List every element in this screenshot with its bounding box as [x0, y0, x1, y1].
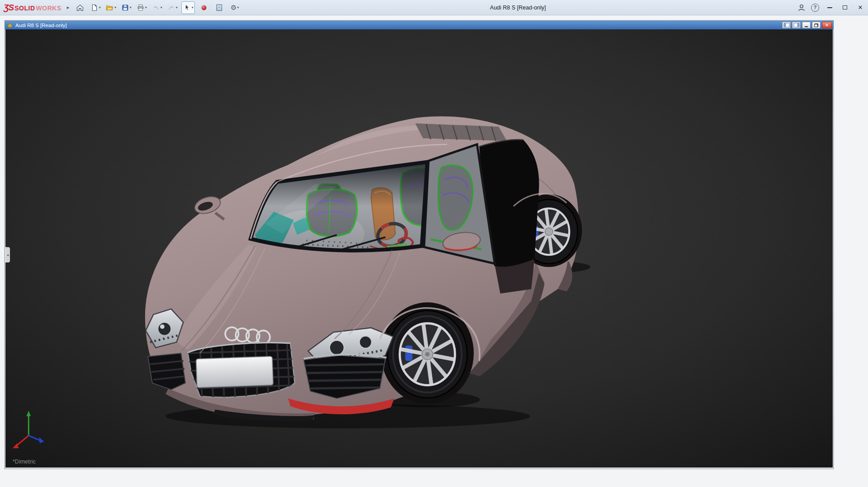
show-pane-left-button[interactable] [782, 22, 791, 28]
maximize-icon [843, 5, 847, 9]
graphics-viewport[interactable]: ◂ *Dimetric [5, 29, 833, 468]
redo-caret-icon[interactable]: ▾ [176, 6, 178, 9]
open-caret-icon[interactable]: ▾ [114, 6, 116, 9]
account-icon [797, 3, 806, 12]
pane-right-icon [793, 23, 800, 28]
document-window: Audi R8 S [Read-only] ✕ [5, 20, 834, 469]
license-plate [196, 356, 274, 388]
maximize-button[interactable] [837, 0, 853, 15]
save-button[interactable]: ▾ [120, 2, 132, 14]
app-titlebar: ƷS SOLIDWORKS ▸ ▾ ▾ [0, 0, 868, 15]
document-minimize-button[interactable] [802, 22, 811, 28]
minimize-button[interactable] [822, 0, 837, 15]
open-button[interactable]: ▾ [104, 2, 117, 14]
solidworks-mark-icon: ƷS [4, 3, 14, 13]
pane-left-icon [783, 23, 790, 28]
new-document-icon [90, 4, 99, 12]
quick-access-toolbar: ▾ ▾ ▾ ▾ [74, 1, 241, 14]
account-button[interactable] [795, 2, 808, 14]
new-document-button[interactable]: ▾ [89, 2, 102, 14]
select-caret-icon[interactable]: ▾ [192, 6, 193, 9]
menu-expand-arrow-icon[interactable]: ▸ [67, 5, 70, 10]
document-title: Audi R8 S [Read-only] [15, 23, 781, 28]
front-wheel [387, 311, 467, 398]
redo-icon [167, 4, 175, 12]
new-document-caret-icon[interactable]: ▾ [99, 6, 101, 9]
undo-icon [152, 4, 160, 12]
show-pane-right-button[interactable] [792, 22, 801, 28]
redo-button[interactable]: ▾ [166, 2, 179, 14]
print-icon [137, 4, 145, 12]
collapse-arrow-icon: ◂ [7, 253, 9, 257]
document-close-button[interactable]: ✕ [822, 22, 832, 28]
document-properties-button[interactable] [213, 2, 226, 14]
document-restore-button[interactable] [812, 22, 821, 28]
open-folder-icon [105, 4, 114, 12]
select-tool-button[interactable]: ▾ [181, 1, 195, 14]
save-icon [121, 4, 129, 12]
help-icon: ? [811, 4, 819, 12]
app-window-title: Audi R8 S [Read-only] [241, 5, 795, 11]
document-restore-icon [814, 23, 818, 27]
options-button[interactable]: ⚙ ▾ [228, 2, 241, 14]
undo-caret-icon[interactable]: ▾ [160, 6, 162, 9]
part-document-icon [7, 22, 13, 28]
save-caret-icon[interactable]: ▾ [130, 6, 132, 9]
solidworks-logo: ƷS SOLIDWORKS [4, 3, 61, 13]
feature-manager-collapse-tab[interactable]: ◂ [5, 247, 10, 262]
options-caret-icon[interactable]: ▾ [237, 6, 239, 9]
mouse-gestures-icon [200, 4, 208, 11]
document-close-icon: ✕ [825, 23, 829, 28]
home-icon [76, 4, 84, 12]
document-titlebar[interactable]: Audi R8 S [Read-only] ✕ [5, 21, 833, 29]
undo-button[interactable]: ▾ [151, 2, 163, 14]
minimize-icon [827, 7, 832, 8]
close-button[interactable]: ✕ [853, 0, 868, 15]
select-cursor-icon [183, 4, 191, 12]
3d-scene[interactable] [5, 29, 833, 468]
document-properties-icon [215, 4, 223, 12]
close-icon: ✕ [858, 5, 863, 10]
titlebar-right-controls: ? ✕ [795, 0, 868, 15]
view-orientation-label: *Dimetric [13, 459, 36, 465]
document-minimize-icon [805, 26, 808, 27]
print-caret-icon[interactable]: ▾ [145, 6, 147, 9]
gear-icon: ⚙ [231, 4, 236, 11]
mouse-gestures-button[interactable] [198, 2, 210, 14]
home-button[interactable] [74, 2, 86, 14]
help-button[interactable]: ? [808, 2, 822, 14]
print-button[interactable]: ▾ [135, 2, 148, 14]
